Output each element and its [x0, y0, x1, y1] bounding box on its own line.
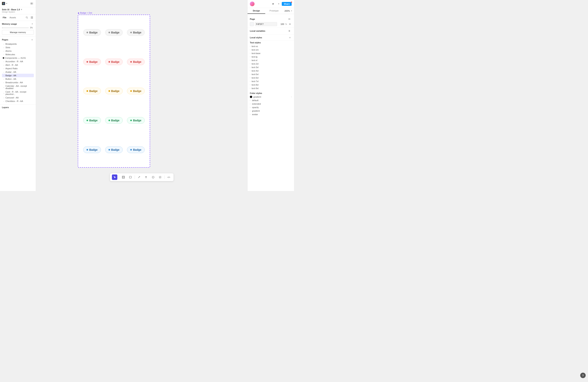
page-color-swatch[interactable] — [250, 22, 254, 26]
style-item-text-7xl[interactable]: ›text-7xl — [250, 80, 292, 83]
color-style-default[interactable]: › default — [250, 99, 292, 102]
badge-dot-icon — [108, 61, 110, 63]
close-memory-button[interactable]: × — [31, 22, 34, 25]
frame-tool-button[interactable] — [121, 174, 126, 180]
badge-label: Badge — [111, 60, 120, 64]
cursor-tool-button[interactable] — [112, 174, 117, 180]
page-color-input[interactable]: F4F5F7 — [255, 22, 277, 26]
chevron-icon: › — [250, 80, 251, 82]
pen-tool-button[interactable] — [136, 174, 142, 180]
badge-label: Badge — [111, 31, 120, 34]
page-item-alert[interactable]: → Alert - R - AA — [2, 63, 34, 67]
badge-cell: Badge — [126, 48, 146, 76]
badge-label: Badge — [111, 148, 120, 151]
memory-bar — [2, 27, 29, 28]
pages-title: Pages — [2, 39, 8, 41]
style-item-text-8xl[interactable]: ›text-8xl — [250, 83, 292, 86]
color-style-avatar[interactable]: › avatar — [250, 113, 292, 116]
chevron-icon: › — [250, 110, 251, 112]
style-item-text-base[interactable]: ›text-base — [250, 52, 292, 55]
add-page-button[interactable]: + — [30, 38, 34, 42]
svg-rect-12 — [32, 18, 33, 19]
page-item-accordion[interactable]: → Accordion - R - AA — [2, 60, 34, 63]
style-item-text-xs[interactable]: ›text-xs — [250, 44, 292, 48]
dropdown-button[interactable]: ▼ — [276, 1, 281, 6]
badge-cell: Badge — [126, 19, 146, 46]
page-item-checkbox[interactable]: → Checkbox - R - AA — [2, 99, 34, 103]
page-item-card[interactable]: → Card - R - AA - except placehol... — [2, 90, 34, 96]
page-item-calendar[interactable]: → Calendar - AA - except disabled — [2, 84, 34, 90]
manage-memory-button[interactable]: Manage memory — [2, 30, 34, 35]
page-item-aspect-ratio[interactable]: → Aspect Ratio — [2, 67, 34, 70]
ellipse-tool-button[interactable] — [150, 174, 156, 180]
svg-rect-13 — [122, 176, 125, 178]
page-item-atoms[interactable]: → Atoms — [2, 49, 34, 53]
chevron-icon: › — [250, 84, 251, 86]
toggle-sidebar-button[interactable] — [30, 1, 34, 5]
style-item-text-sm[interactable]: ›text-sm — [250, 48, 292, 52]
page-item-badge[interactable]: → Badge - AA — [2, 74, 34, 77]
project-name[interactable]: Solo UI - Base 1.0 ▼ — [2, 8, 34, 11]
style-item-text-lg[interactable]: ›text-lg — [250, 55, 292, 59]
badge-label: Badge — [111, 89, 120, 93]
page-item-molecules[interactable]: → Molecules — [2, 53, 34, 56]
style-item-text-xl[interactable]: ›text-xl — [250, 59, 292, 62]
page-item-breadcrumbs[interactable]: → Breadcrumbs - AA — [2, 81, 34, 84]
chevron-icon: › — [250, 59, 251, 61]
color-style-gradient-2[interactable]: › gradient — [250, 109, 292, 113]
color-style-gradient[interactable]: gradient › — [250, 95, 292, 99]
share-button[interactable]: Share — [282, 2, 292, 6]
style-item-text-4xl[interactable]: ›text-4xl — [250, 69, 292, 73]
tab-file[interactable]: File — [2, 16, 7, 19]
search-button[interactable] — [25, 16, 29, 20]
svg-point-24 — [289, 30, 290, 31]
center-canvas[interactable]: ◆ Badge + Dot Badge Badge Badge — [36, 0, 247, 191]
style-item-text-2xl[interactable]: ›text-2xl — [250, 62, 292, 65]
plugin-tool-button[interactable] — [157, 174, 163, 180]
layers-title: Layers — [2, 106, 34, 108]
badge-red-1: Badge — [83, 59, 101, 65]
badge-label: Badge — [89, 148, 98, 151]
local-variables-settings[interactable] — [287, 29, 292, 33]
color-style-extended[interactable]: › extended — [250, 102, 292, 106]
rect-tool-button[interactable] — [127, 174, 133, 180]
code-tool-button[interactable]: </> — [166, 174, 171, 180]
style-item-text-9xl[interactable]: ›text-9xl — [250, 86, 292, 90]
page-item-slots[interactable]: → Slots — [2, 46, 34, 49]
local-styles-row: Local styles + — [250, 36, 292, 39]
page-item-carousel[interactable]: → Carousel - AA — [2, 96, 34, 99]
local-variables-title: Local variables — [250, 30, 265, 32]
chevron-icon: › — [250, 87, 251, 89]
text-tool-button[interactable]: T — [143, 174, 149, 180]
local-styles-settings-icon[interactable] — [287, 17, 292, 21]
page-item-components[interactable]: Components — 41/41 — [2, 56, 34, 60]
badge-yellow-1: Badge — [83, 88, 101, 94]
page-item-avatar[interactable]: → Avatar - AA — [2, 70, 34, 74]
visibility-toggle[interactable] — [288, 22, 292, 26]
tab-design[interactable]: Design — [248, 8, 265, 14]
figma-logo[interactable]: ▼ — [2, 2, 8, 5]
add-style-button[interactable]: + — [288, 36, 292, 39]
zoom-value: 200% — [284, 10, 290, 12]
page-item-button[interactable]: → Button - AA — [2, 77, 34, 81]
pages-section: Pages + → Breakpoints → Slots → Atoms → … — [0, 36, 36, 105]
style-item-text-5xl[interactable]: ›text-5xl — [250, 73, 292, 76]
play-button[interactable] — [271, 1, 275, 6]
style-item-text-6xl[interactable]: ›text-6xl — [250, 76, 292, 80]
zoom-chevron-icon: ▼ — [291, 10, 293, 12]
badge-dot-icon — [108, 149, 110, 150]
badge-dot-icon — [86, 90, 88, 92]
right-panel-content: Page F4F5F7 100 % — [248, 14, 294, 191]
page-item-breakpoints[interactable]: → Breakpoints — [2, 42, 34, 46]
local-variables-row: Local variables — [250, 29, 292, 33]
grid-view-button[interactable] — [30, 16, 34, 20]
color-style-opacity[interactable]: › opacity — [250, 106, 292, 109]
pages-header: Pages + — [2, 38, 34, 42]
tab-prototype[interactable]: Prototype — [265, 8, 283, 14]
badge-red-3: Badge — [127, 59, 145, 65]
diamond-icon: ◆ — [78, 12, 79, 14]
style-item-text-3xl[interactable]: ›text-3xl — [250, 65, 292, 69]
tab-assets[interactable]: Assets — [9, 16, 17, 19]
svg-rect-6 — [32, 2, 33, 4]
zoom-area[interactable]: 200% ▼ — [283, 8, 294, 14]
